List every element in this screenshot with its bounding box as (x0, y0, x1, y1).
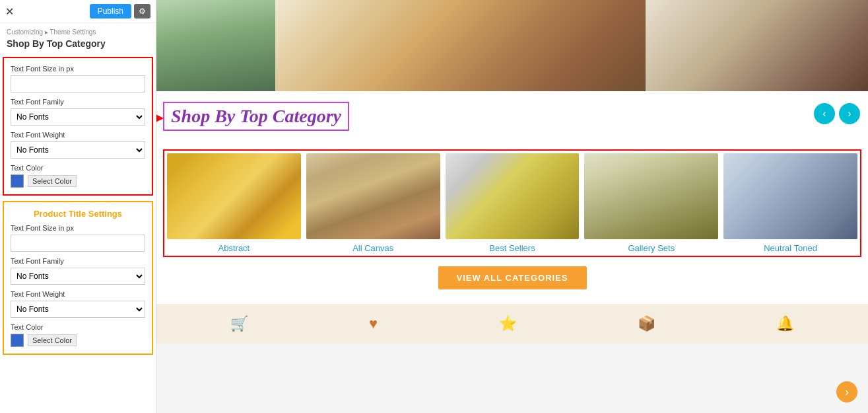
bottom-icon-4: 📦 (638, 315, 655, 332)
category-image-neutral (723, 153, 857, 239)
hero-image-right (646, 0, 868, 91)
text-settings-section: Text Font Size in px Text Font Family No… (3, 57, 153, 196)
font-family-label-2: Text Font Family (11, 257, 145, 265)
top-bar-actions: Publish ⚙ (90, 4, 150, 19)
color-row-2: Select Color (11, 334, 145, 347)
color-swatch-2[interactable] (11, 334, 24, 347)
text-color-label-2: Text Color (11, 323, 145, 331)
category-section: Shop By Top Category ‹ › Abstract (156, 91, 868, 304)
font-weight-select-2[interactable]: No Fonts (11, 301, 145, 318)
bottom-icon-1: 🛒 (230, 315, 248, 332)
top-bar: ✕ Publish ⚙ (0, 0, 156, 23)
category-image-canvas (306, 153, 440, 239)
category-item-bestsellers[interactable]: Best Sellers (446, 153, 580, 253)
product-title-section-heading: Product Title Settings (11, 209, 145, 219)
hero-section (156, 0, 868, 91)
category-image-gallery (584, 153, 718, 239)
bottom-icon-symbol-5: 🔔 (776, 315, 794, 332)
font-size-input-2[interactable] (11, 235, 145, 252)
category-item-canvas[interactable]: All Canvas (306, 153, 440, 253)
category-label-abstract: Abstract (218, 243, 250, 253)
category-section-title: Shop By Top Category (171, 106, 341, 126)
gear-button[interactable]: ⚙ (134, 4, 150, 19)
publish-button[interactable]: Publish (90, 4, 131, 19)
category-label-bestsellers: Best Sellers (489, 243, 535, 253)
category-label-neutral: Neutral Toned (764, 243, 817, 253)
main-content: Shop By Top Category ‹ › Abstract (156, 0, 868, 413)
bottom-icon-2: ♥ (369, 315, 378, 332)
bottom-icon-3: ⭐ (499, 315, 517, 332)
select-color-button-2[interactable]: Select Color (28, 334, 77, 346)
category-label-canvas: All Canvas (352, 243, 393, 253)
font-weight-select-1[interactable]: No Fonts (11, 141, 145, 159)
font-weight-label-1: Text Font Weight (11, 131, 145, 139)
font-weight-label-2: Text Font Weight (11, 290, 145, 298)
bottom-icon-symbol-1: 🛒 (230, 315, 248, 332)
bottom-icon-symbol-2: ♥ (369, 315, 378, 332)
font-size-label-2: Text Font Size in px (11, 224, 145, 232)
font-size-label-1: Text Font Size in px (11, 65, 145, 73)
nav-arrows: ‹ › (814, 103, 860, 124)
category-item-abstract[interactable]: Abstract (167, 153, 301, 253)
bottom-section: 🛒 ♥ ⭐ 📦 🔔 › (156, 304, 868, 344)
hero-image-left (156, 0, 275, 91)
text-color-label-1: Text Color (11, 164, 145, 172)
close-button[interactable]: ✕ (5, 5, 14, 18)
font-family-label-1: Text Font Family (11, 98, 145, 106)
hero-inner (156, 0, 868, 91)
bottom-icon-5: 🔔 (776, 315, 794, 332)
category-item-neutral[interactable]: Neutral Toned (723, 153, 857, 253)
category-label-gallery: Gallery Sets (628, 243, 675, 253)
hero-image-center (275, 0, 646, 91)
next-arrow-button[interactable]: › (839, 103, 860, 124)
view-all-wrap: VIEW ALL CATEGORIES (163, 266, 861, 289)
category-title-box: Shop By Top Category (163, 102, 349, 131)
bottom-icon-symbol-4: 📦 (638, 315, 655, 332)
font-family-select-2[interactable]: No Fonts (11, 268, 145, 285)
category-item-gallery[interactable]: Gallery Sets (584, 153, 718, 253)
select-color-button-1[interactable]: Select Color (28, 175, 77, 187)
font-size-input-1[interactable] (11, 75, 145, 93)
color-swatch-1[interactable] (11, 174, 24, 188)
font-family-select-1[interactable]: No Fonts (11, 108, 145, 126)
fab-button[interactable]: › (836, 381, 857, 402)
annotation-arrow-1 (156, 108, 163, 128)
prev-arrow-button[interactable]: ‹ (814, 103, 835, 124)
category-image-abstract (167, 153, 301, 239)
view-all-button[interactable]: VIEW ALL CATEGORIES (438, 266, 587, 289)
category-image-bestsellers (446, 153, 580, 239)
left-panel: ✕ Publish ⚙ Customizing ▸ Theme Settings… (0, 0, 156, 413)
panel-title: Shop By Top Category (0, 37, 156, 54)
category-grid: Abstract All Canvas Best Sellers Gallery… (163, 149, 861, 257)
bottom-icon-symbol-3: ⭐ (499, 315, 517, 332)
product-title-settings-section: Product Title Settings Text Font Size in… (3, 201, 153, 355)
breadcrumb: Customizing ▸ Theme Settings (0, 23, 156, 37)
color-row-1: Select Color (11, 174, 145, 188)
